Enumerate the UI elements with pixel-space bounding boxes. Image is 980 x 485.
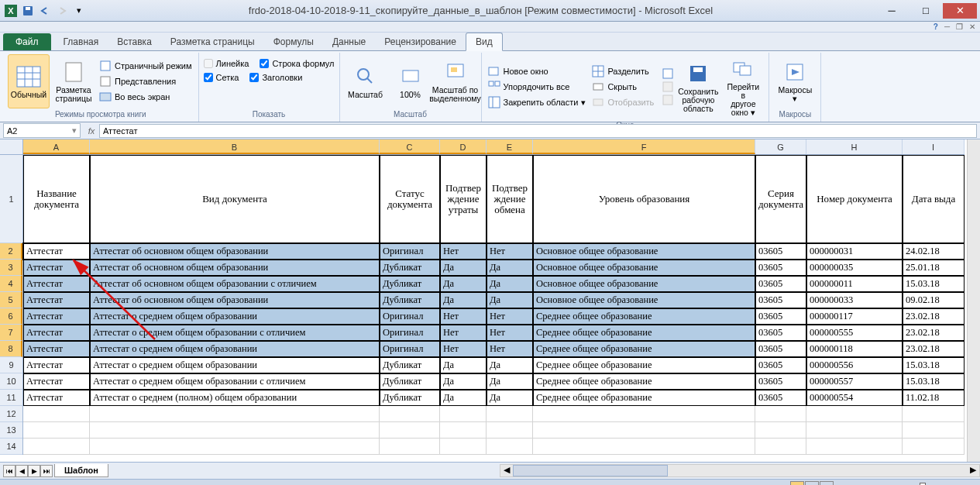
- cell[interactable]: Основное общее образование: [533, 292, 755, 308]
- row-header[interactable]: 9: [0, 357, 22, 373]
- view-fullscreen-button[interactable]: Во весь экран: [98, 90, 194, 104]
- cell[interactable]: Аттестат: [23, 357, 90, 373]
- freeze-button[interactable]: Закрепить области ▾: [487, 95, 588, 109]
- cell[interactable]: Нет: [487, 341, 533, 357]
- cell[interactable]: 15.03.18: [903, 357, 965, 373]
- cell[interactable]: [755, 439, 806, 455]
- cell[interactable]: 03605: [755, 390, 806, 406]
- tab-data[interactable]: Данные: [323, 33, 375, 50]
- file-tab[interactable]: Файл: [3, 33, 51, 50]
- col-header-H[interactable]: H: [806, 139, 903, 154]
- tab-first-icon[interactable]: ⏮: [3, 465, 15, 477]
- cell[interactable]: Среднее общее образование: [533, 373, 755, 390]
- cell[interactable]: [380, 422, 440, 439]
- cell[interactable]: 03605: [755, 308, 806, 325]
- cell[interactable]: Нет: [487, 325, 533, 341]
- zoom-button[interactable]: Масштаб: [345, 54, 387, 108]
- cell[interactable]: 000000555: [806, 325, 903, 341]
- cell[interactable]: Нет: [440, 243, 487, 260]
- cell[interactable]: [23, 406, 90, 422]
- cell[interactable]: [533, 439, 755, 455]
- cell[interactable]: Аттестат: [23, 243, 90, 260]
- cell[interactable]: Аттестат о среднем общем образовании: [90, 357, 380, 373]
- row-header[interactable]: 1: [0, 155, 22, 243]
- cell[interactable]: 09.02.18: [903, 292, 965, 308]
- macros-button[interactable]: Макросы▾: [774, 54, 816, 108]
- sync3-icon[interactable]: [662, 94, 674, 106]
- cell[interactable]: 24.02.18: [903, 243, 965, 260]
- view-custom-button[interactable]: Представления: [98, 74, 194, 88]
- cell[interactable]: Да: [487, 373, 533, 390]
- cell[interactable]: Среднее общее образование: [533, 357, 755, 373]
- cell[interactable]: Аттестат об основном общем образовании: [90, 292, 380, 308]
- row-header[interactable]: 11: [0, 390, 22, 406]
- row-header[interactable]: 4: [0, 276, 22, 292]
- grid[interactable]: Название документаВид документаСтатус до…: [23, 155, 965, 455]
- cell[interactable]: Аттестат: [23, 292, 90, 308]
- cell[interactable]: [806, 406, 903, 422]
- vertical-scrollbar[interactable]: [967, 139, 980, 462]
- minimize-button[interactable]: ─: [875, 3, 909, 19]
- cell[interactable]: 000000556: [806, 357, 903, 373]
- redo-icon[interactable]: [54, 3, 70, 19]
- cell[interactable]: Среднее общее образование: [533, 390, 755, 406]
- cell[interactable]: Да: [440, 276, 487, 292]
- qat-more-icon[interactable]: ▾: [71, 3, 87, 19]
- cell[interactable]: Да: [487, 357, 533, 373]
- cell[interactable]: Нет: [440, 308, 487, 325]
- zoom-100-button[interactable]: 100%: [390, 54, 432, 108]
- cell[interactable]: [380, 406, 440, 422]
- cell[interactable]: Да: [487, 390, 533, 406]
- view-break-icon[interactable]: ▭: [820, 481, 834, 485]
- row-header[interactable]: 3: [0, 260, 22, 276]
- cell[interactable]: [23, 422, 90, 439]
- split-button[interactable]: Разделить: [590, 64, 655, 78]
- col-header-F[interactable]: F: [533, 139, 755, 154]
- cell[interactable]: Нет: [487, 308, 533, 325]
- cell[interactable]: Оригинал: [380, 308, 440, 325]
- save-icon[interactable]: [20, 3, 36, 19]
- cell[interactable]: 03605: [755, 292, 806, 308]
- excel-icon[interactable]: X: [3, 3, 19, 19]
- switch-window-button[interactable]: Перейти в другое окно ▾: [722, 54, 764, 119]
- cell[interactable]: Да: [487, 260, 533, 276]
- help-icon[interactable]: ?: [934, 22, 938, 31]
- tab-formulas[interactable]: Формулы: [264, 33, 323, 50]
- horizontal-scrollbar[interactable]: ◀ ▶: [500, 464, 980, 477]
- cell[interactable]: [90, 406, 380, 422]
- cell[interactable]: Оригинал: [380, 325, 440, 341]
- col-header-A[interactable]: A: [23, 139, 90, 154]
- cell[interactable]: Основное общее образование: [533, 243, 755, 260]
- cell[interactable]: Дубликат: [380, 390, 440, 406]
- header-cell[interactable]: Подтвер ждение утраты: [440, 155, 487, 243]
- cell[interactable]: Аттестат: [23, 325, 90, 341]
- cell[interactable]: 000000035: [806, 260, 903, 276]
- cell[interactable]: 15.03.18: [903, 373, 965, 390]
- cell[interactable]: 000000557: [806, 373, 903, 390]
- cell[interactable]: 000000554: [806, 390, 903, 406]
- row-header[interactable]: 10: [0, 373, 22, 390]
- zoom-selection-button[interactable]: Масштаб по выделенному: [435, 54, 476, 108]
- cell[interactable]: Аттестат об основном общем образовании с…: [90, 276, 380, 292]
- cell[interactable]: 03605: [755, 357, 806, 373]
- row-headers[interactable]: 1234567891011121314: [0, 155, 23, 455]
- view-page-layout-button[interactable]: Разметка страницы: [53, 54, 95, 108]
- row-header[interactable]: 7: [0, 325, 22, 341]
- cell[interactable]: [533, 422, 755, 439]
- chk-formula-bar[interactable]: Строка формул: [260, 59, 334, 68]
- row-header[interactable]: 14: [0, 439, 22, 455]
- header-cell[interactable]: Серия документа: [755, 155, 806, 243]
- cell[interactable]: Основное общее образование: [533, 276, 755, 292]
- cell[interactable]: [806, 422, 903, 439]
- wb-restore-icon[interactable]: ❐: [956, 22, 963, 31]
- cell[interactable]: 03605: [755, 373, 806, 390]
- tab-home[interactable]: Главная: [54, 33, 108, 50]
- row-header[interactable]: 5: [0, 292, 22, 308]
- chk-headings[interactable]: Заголовки: [249, 73, 302, 82]
- cell[interactable]: Да: [440, 390, 487, 406]
- view-page-break-button[interactable]: Страничный режим: [98, 59, 194, 73]
- tab-insert[interactable]: Вставка: [108, 33, 161, 50]
- cell[interactable]: Аттестат: [23, 276, 90, 292]
- cell[interactable]: Аттестат о среднем общем образовании: [90, 308, 380, 325]
- cell[interactable]: Аттестат о среднем общем образовании с о…: [90, 325, 380, 341]
